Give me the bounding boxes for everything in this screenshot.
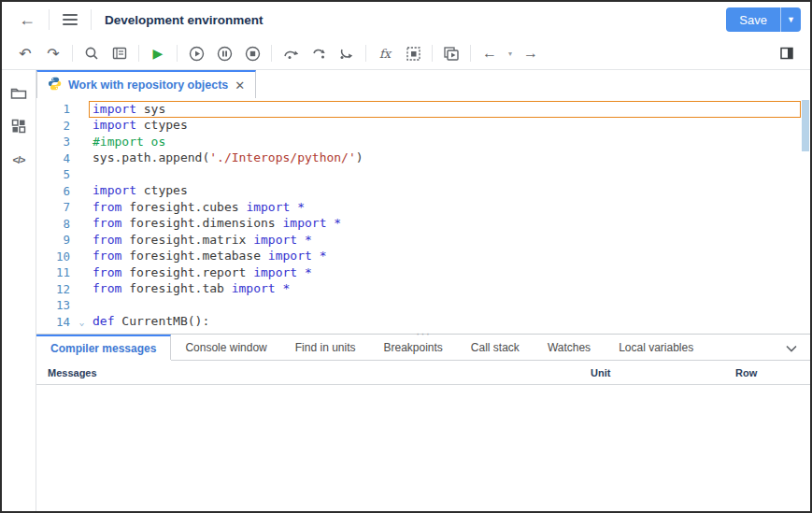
code-line[interactable]: 6import ctypes: [36, 183, 810, 200]
page-title: Development environment: [105, 13, 264, 27]
bottom-panel: ··· Compiler messages Console window Fin…: [36, 334, 810, 511]
editor-scrollbar-thumb[interactable]: [802, 100, 809, 151]
panel-toggle-icon[interactable]: [773, 41, 801, 65]
code-line[interactable]: 2import ctypes: [36, 118, 810, 135]
tab-find-in-units[interactable]: Find in units: [281, 335, 370, 360]
code-lines: 1import sys2import ctypes3#import os4sys…: [36, 101, 810, 330]
line-number[interactable]: 3: [36, 135, 74, 149]
code-icon[interactable]: </>: [13, 150, 25, 169]
code-text[interactable]: from foresight.matrix import *: [90, 233, 800, 248]
run-icon[interactable]: ▶: [144, 41, 172, 65]
code-line[interactable]: 9from foresight.matrix import *: [36, 232, 810, 249]
code-editor[interactable]: 1import sys2import ctypes3#import os4sys…: [36, 98, 810, 334]
python-icon: [48, 77, 62, 94]
code-line[interactable]: 13: [36, 297, 810, 314]
outline-icon[interactable]: [106, 41, 134, 65]
code-line[interactable]: 1import sys: [36, 101, 810, 118]
fold-chevron-icon[interactable]: ⌄: [74, 317, 90, 327]
code-line[interactable]: 3#import os: [36, 134, 810, 150]
code-line[interactable]: 4sys.path.append('./Interops/python/'): [36, 150, 810, 167]
code-text[interactable]: def CurrentMB():: [90, 314, 800, 329]
line-number[interactable]: 12: [36, 282, 74, 296]
code-text[interactable]: from foresight.metabase import *: [90, 249, 800, 264]
line-number[interactable]: 4: [36, 151, 74, 165]
search-icon[interactable]: [78, 41, 106, 65]
code-line[interactable]: 10from foresight.metabase import *: [36, 249, 810, 265]
column-header-messages[interactable]: Messages: [48, 367, 591, 378]
column-header-row[interactable]: Row: [735, 367, 810, 378]
code-line[interactable]: 5: [36, 166, 810, 183]
panel-resize-handle[interactable]: ···: [412, 329, 434, 338]
save-split-button: Save ▼: [726, 7, 801, 32]
line-number[interactable]: 10: [36, 249, 74, 264]
code-line[interactable]: 8from foresight.dimensions import *: [36, 216, 810, 233]
run-circle-icon[interactable]: [182, 41, 210, 65]
select-region-icon[interactable]: [399, 41, 427, 65]
stop-circle-icon[interactable]: [238, 41, 266, 65]
left-sidebar: </>: [2, 70, 36, 511]
code-line[interactable]: 12from foresight.tab import *: [36, 281, 810, 298]
column-header-unit[interactable]: Unit: [591, 367, 735, 378]
step-into-icon[interactable]: [305, 41, 333, 65]
editor-tabbar: Work with repository objects ✕: [36, 70, 810, 98]
toolbar-divider: [177, 45, 178, 62]
nav-forward-icon[interactable]: →: [517, 41, 545, 65]
save-dropdown-button[interactable]: ▼: [780, 7, 801, 32]
back-icon[interactable]: ←: [13, 11, 41, 28]
tab-compiler-messages[interactable]: Compiler messages: [36, 335, 171, 360]
line-number[interactable]: 5: [36, 167, 74, 181]
chevron-down-icon[interactable]: [786, 339, 797, 356]
grid-icon[interactable]: [11, 117, 26, 135]
header-divider: [91, 9, 92, 30]
toolbar-divider: [72, 45, 73, 62]
editor-tab[interactable]: Work with repository objects ✕: [36, 70, 256, 98]
tab-local-variables[interactable]: Local variables: [605, 335, 707, 360]
run-window-icon[interactable]: [437, 41, 465, 65]
step-out-icon[interactable]: [333, 41, 361, 65]
redo-icon[interactable]: ↷: [39, 41, 67, 65]
header-bar: ← Development environment Save ▼: [2, 2, 810, 37]
code-text[interactable]: #import os: [90, 135, 800, 150]
code-text[interactable]: from foresight.report import *: [90, 265, 800, 280]
code-text[interactable]: from foresight.cubes import *: [90, 200, 800, 215]
function-icon[interactable]: fx: [371, 41, 399, 65]
toolbar-divider: [432, 45, 433, 62]
editor-tab-label: Work with repository objects: [68, 78, 228, 92]
line-number[interactable]: 2: [36, 119, 74, 133]
tab-close-icon[interactable]: ✕: [235, 79, 245, 92]
toolbar-divider: [271, 45, 272, 62]
code-text[interactable]: from foresight.dimensions import *: [90, 216, 800, 231]
folder-icon[interactable]: [10, 83, 27, 102]
header-divider: [49, 9, 50, 30]
code-text[interactable]: import ctypes: [90, 118, 800, 133]
code-line[interactable]: 7from foresight.cubes import *: [36, 199, 810, 216]
nav-back-icon[interactable]: ←: [476, 41, 504, 65]
line-number[interactable]: 9: [36, 233, 74, 247]
line-number[interactable]: 6: [36, 184, 74, 198]
line-number[interactable]: 14: [36, 315, 74, 329]
tab-console-window[interactable]: Console window: [171, 335, 280, 360]
nav-history-caret-icon[interactable]: ▾: [504, 41, 517, 65]
code-text[interactable]: import sys: [90, 102, 800, 117]
code-text[interactable]: from foresight.tab import *: [90, 281, 800, 296]
code-line[interactable]: 11from foresight.report import *: [36, 264, 810, 281]
step-over-icon[interactable]: [277, 41, 305, 65]
code-text[interactable]: import ctypes: [90, 183, 800, 198]
toolbar: ↶ ↷ ▶ fx: [2, 37, 810, 70]
pause-circle-icon[interactable]: [210, 41, 238, 65]
editor-column: Work with repository objects ✕ 1import s…: [36, 70, 810, 511]
undo-icon[interactable]: ↶: [11, 41, 39, 65]
main-area: </> Work with repository objects: [2, 70, 810, 511]
line-number[interactable]: 13: [36, 298, 74, 312]
code-text[interactable]: sys.path.append('./Interops/python/'): [90, 150, 800, 165]
tab-watches[interactable]: Watches: [534, 335, 605, 360]
menu-icon[interactable]: [57, 11, 83, 28]
toolbar-divider: [138, 45, 139, 62]
tab-call-stack[interactable]: Call stack: [457, 335, 534, 360]
save-button[interactable]: Save: [726, 7, 780, 32]
line-number[interactable]: 8: [36, 217, 74, 231]
tab-breakpoints[interactable]: Breakpoints: [369, 335, 456, 360]
line-number[interactable]: 1: [36, 102, 74, 116]
line-number[interactable]: 7: [36, 200, 74, 214]
line-number[interactable]: 11: [36, 265, 74, 279]
